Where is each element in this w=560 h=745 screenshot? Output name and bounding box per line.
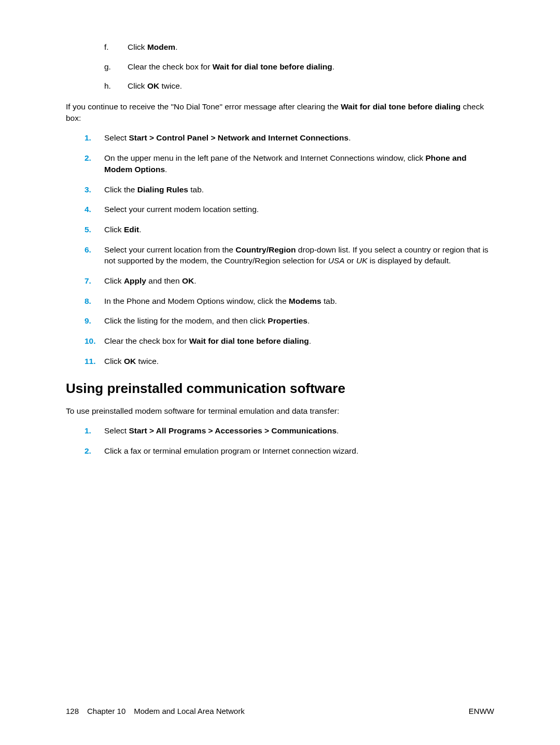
list-text: Click Apply and then OK. (104, 275, 196, 287)
main-list-item: 11.Click OK twice. (85, 356, 494, 367)
list-text: Click a fax or terminal emulation progra… (104, 445, 358, 457)
list-text: Select your current modem location setti… (104, 204, 259, 215)
chapter-label: Chapter 10 (87, 706, 125, 716)
main-list-item: 8.In the Phone and Modem Options window,… (85, 296, 494, 307)
list-text: Select Start > All Programs > Accessorie… (104, 425, 339, 437)
list-marker: 2. (85, 445, 104, 457)
main-list-item: 2.Click a fax or terminal emulation prog… (85, 445, 494, 457)
main-list-item: 3.Click the Dialing Rules tab. (85, 184, 494, 195)
list-marker: 10. (85, 335, 104, 347)
list-text: Clear the check box for Wait for dial to… (104, 335, 311, 347)
list-text: Click Modem. (128, 41, 177, 53)
list-marker: 8. (85, 296, 104, 307)
page-footer: 128 Chapter 10 Modem and Local Area Netw… (66, 706, 494, 716)
list-text: Click OK twice. (104, 356, 159, 367)
list-marker: 6. (85, 244, 104, 266)
list-text: Click the Dialing Rules tab. (104, 184, 204, 195)
list-marker: 11. (85, 356, 104, 367)
list-text: In the Phone and Modem Options window, c… (104, 296, 337, 307)
sub-list-item: g.Clear the check box for Wait for dial … (104, 61, 494, 73)
list-marker: 4. (85, 204, 104, 215)
list-text: Click the listing for the modem, and the… (104, 315, 310, 327)
list-marker: 2. (85, 152, 104, 175)
list-marker: 1. (85, 132, 104, 144)
list-marker: 5. (85, 224, 104, 235)
list-marker: f. (104, 41, 128, 53)
main-list-item: 10.Clear the check box for Wait for dial… (85, 335, 494, 347)
main-list-item: 6.Select your current location from the … (85, 244, 494, 266)
list-marker: g. (104, 61, 128, 73)
list-marker: 1. (85, 425, 104, 437)
main-list-item: 9.Click the listing for the modem, and t… (85, 315, 494, 327)
main-list-item: 4.Select your current modem location set… (85, 204, 494, 215)
list-text: Click OK twice. (128, 80, 182, 92)
list-text: Click Edit. (104, 224, 141, 235)
main-ordered-list-1: 1.Select Start > Control Panel > Network… (85, 132, 494, 367)
chapter-title: Modem and Local Area Network (134, 706, 244, 716)
main-ordered-list-2: 1.Select Start > All Programs > Accessor… (85, 425, 494, 456)
page-number: 128 (66, 706, 79, 716)
main-list-item: 1.Select Start > Control Panel > Network… (85, 132, 494, 144)
sub-list-item: f.Click Modem. (104, 41, 494, 53)
document-code: ENWW (469, 706, 494, 716)
sub-ordered-list: f.Click Modem.g.Clear the check box for … (104, 41, 494, 92)
list-text: On the upper menu in the left pane of th… (104, 152, 494, 175)
section-heading: Using preinstalled communication softwar… (66, 379, 494, 398)
main-list-item: 5.Click Edit. (85, 224, 494, 235)
list-marker: 9. (85, 315, 104, 327)
sub-list-item: h.Click OK twice. (104, 80, 494, 92)
main-list-item: 2.On the upper menu in the left pane of … (85, 152, 494, 175)
paragraph-continue: If you continue to receive the "No Dial … (66, 101, 494, 123)
list-text: Select Start > Control Panel > Network a… (104, 132, 351, 144)
list-marker: h. (104, 80, 128, 92)
list-text: Select your current location from the Co… (104, 244, 494, 266)
list-text: Clear the check box for Wait for dial to… (128, 61, 334, 73)
main-list-item: 7.Click Apply and then OK. (85, 275, 494, 287)
main-list-item: 1.Select Start > All Programs > Accessor… (85, 425, 494, 437)
paragraph-intro: To use preinstalled modem software for t… (66, 405, 494, 417)
list-marker: 7. (85, 275, 104, 287)
list-marker: 3. (85, 184, 104, 195)
